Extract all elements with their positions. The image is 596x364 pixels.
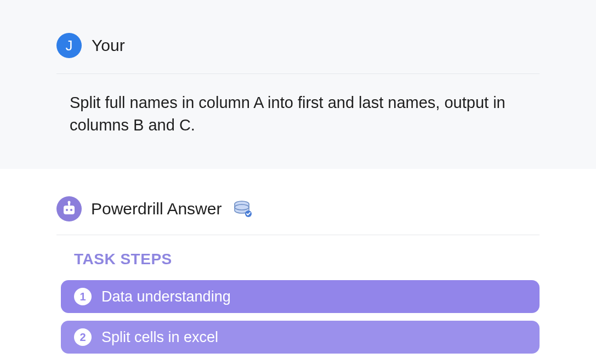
svg-point-4	[70, 209, 72, 211]
svg-point-3	[66, 209, 68, 211]
bot-avatar-icon	[56, 196, 82, 221]
user-prompt: Split full names in column A into first …	[56, 74, 540, 136]
user-header: J Your	[56, 33, 540, 74]
user-avatar: J	[56, 33, 82, 58]
step-number-badge: 2	[74, 328, 92, 346]
task-step-item[interactable]: 1 Data understanding	[61, 280, 540, 313]
step-label: Split cells in excel	[101, 329, 218, 346]
answer-title: Powerdrill Answer	[91, 200, 222, 218]
answer-section: Powerdrill Answer TASK STEPS 1 Data unde…	[0, 169, 596, 354]
svg-rect-0	[64, 206, 75, 214]
step-label: Data understanding	[101, 288, 231, 305]
step-number-badge: 1	[74, 288, 92, 305]
avatar-initial: J	[66, 37, 73, 54]
task-steps-heading: TASK STEPS	[56, 235, 540, 280]
task-step-item[interactable]: 2 Split cells in excel	[61, 321, 540, 354]
answer-header: Powerdrill Answer	[56, 196, 540, 235]
steps-container: 1 Data understanding 2 Split cells in ex…	[56, 280, 540, 354]
user-name: Your	[92, 36, 125, 55]
database-icon	[233, 200, 253, 218]
user-message-section: J Your Split full names in column A into…	[0, 0, 596, 169]
svg-point-2	[68, 201, 71, 204]
